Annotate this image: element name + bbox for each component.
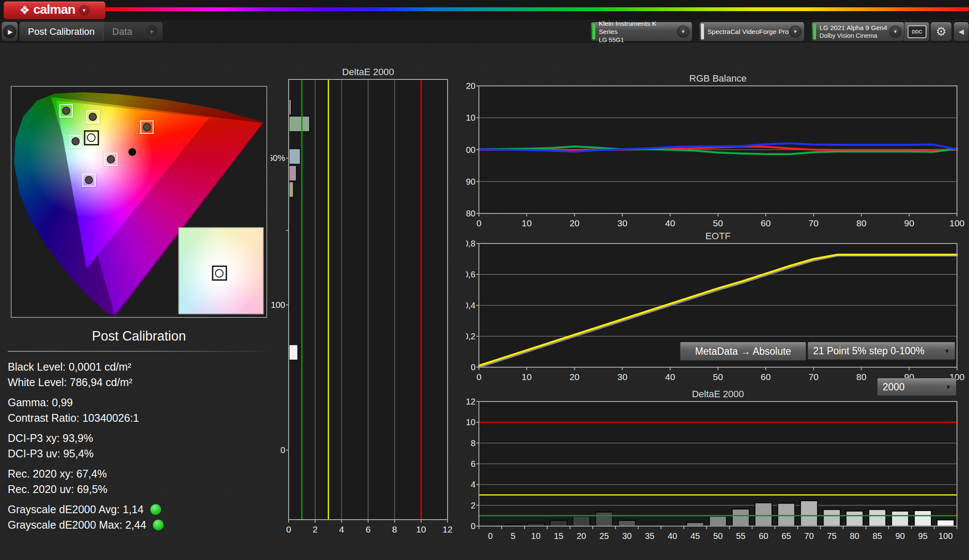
chevron-down-icon: ▼	[944, 348, 950, 354]
svg-text:50%: 50%	[271, 153, 285, 163]
deltae-patches-chart: DeltaE 200050%1000024681012	[271, 69, 460, 550]
svg-text:0,2: 0,2	[466, 332, 475, 341]
stat-text: Gamma: 0,99	[8, 396, 73, 409]
tab-group: Post Calibration Data +	[19, 21, 163, 42]
cie-chromaticity-chart	[11, 86, 267, 318]
svg-text:35: 35	[645, 531, 654, 541]
points-dropdown-value: 21 Point 5% step 0-100%	[813, 345, 925, 357]
svg-text:6: 6	[366, 524, 371, 534]
rgb-balance-chart: RGB Balance80901001101200102030405060708…	[466, 69, 969, 230]
calman-menu-caret-icon[interactable]: ▼	[79, 5, 90, 16]
svg-text:DeltaE 2000: DeltaE 2000	[692, 389, 744, 399]
calman-menu-button[interactable]: ❖ calman ▼	[3, 1, 106, 19]
stat-row: Black Level: 0,0001 cd/m²	[8, 359, 274, 374]
chevron-down-icon[interactable]: ▼	[677, 25, 689, 38]
device-label-line: Dolby Vision Cinema	[820, 32, 887, 40]
svg-text:5: 5	[511, 531, 515, 541]
svg-text:12: 12	[466, 397, 475, 406]
top-bar: ❖ calman ▼	[0, 0, 969, 20]
page-title: Post Calibration	[11, 329, 267, 344]
tab-post-calibration[interactable]: Post Calibration	[19, 22, 103, 41]
svg-text:45: 45	[690, 531, 700, 541]
svg-text:0,4: 0,4	[466, 301, 475, 310]
svg-text:4: 4	[339, 524, 344, 534]
device-status-indicator	[592, 24, 595, 40]
points-dropdown[interactable]: 21 Point 5% step 0-100% ▼	[808, 342, 955, 360]
svg-text:10: 10	[531, 531, 540, 541]
svg-text:10: 10	[466, 417, 475, 427]
calman-app-window: ❖ calman ▼ ▶ Post Calibration Data + Kle…	[0, 0, 969, 560]
stat-row: White Level: 786,94 cd/m²	[8, 374, 274, 390]
svg-text:8: 8	[471, 438, 475, 448]
stat-text: White Level: 786,94 cd/m²	[8, 376, 132, 389]
device-cluster: Klein Instruments K SeriesLG 55G1▼Spectr…	[591, 22, 905, 40]
deltae-formula-value: 2000	[883, 381, 905, 393]
svg-text:70: 70	[804, 531, 814, 541]
device-label-line: LG 55G1	[599, 36, 677, 44]
chevron-down-icon[interactable]: ▼	[889, 25, 902, 38]
svg-text:0,8: 0,8	[466, 239, 475, 248]
svg-text:80: 80	[850, 531, 859, 541]
blue-target-marker	[82, 173, 95, 187]
red-target-marker	[140, 120, 154, 134]
calman-logo-icon: ❖	[19, 5, 30, 16]
stat-row: Rec. 2020 uv: 69,5%	[8, 481, 274, 497]
tab-bar: ▶ Post Calibration Data + Klein Instrume…	[0, 20, 969, 43]
ddc-button[interactable]: DDC	[905, 22, 929, 41]
device-label-line: Klein Instruments K Series	[599, 19, 677, 36]
collapse-panel-button[interactable]: ◀	[954, 22, 969, 41]
svg-text:120: 120	[466, 81, 475, 91]
deltae-grayscale-chart: DeltaE 200002468101205101520253035404550…	[466, 374, 969, 554]
ddc-monitor-icon: DDC	[908, 25, 926, 38]
stat-row: Rec. 2020 xy: 67,4%	[8, 466, 274, 481]
svg-text:0: 0	[471, 362, 475, 372]
stat-row: DCI-P3 xy: 93,9%	[8, 430, 274, 446]
settings-button[interactable]: ⚙	[930, 22, 952, 41]
inset-whitepoint-marker	[212, 266, 227, 281]
stat-group: Grayscale dE2000 Avg: 1,14Grayscale dE20…	[8, 502, 274, 533]
stat-row: Gamma: 0,99	[8, 395, 274, 410]
tab-data[interactable]: Data	[103, 22, 140, 41]
chevron-down-icon: ▼	[945, 384, 951, 390]
svg-text:0: 0	[286, 524, 291, 534]
svg-text:10: 10	[416, 524, 426, 534]
svg-text:100: 100	[939, 531, 953, 541]
measurement-stats: Black Level: 0,0001 cd/m²White Level: 78…	[8, 359, 274, 533]
stat-group: Black Level: 0,0001 cd/m²White Level: 78…	[8, 359, 274, 390]
chevron-down-icon[interactable]: ▼	[789, 25, 801, 38]
stat-group: Gamma: 0,99Contrast Ratio: 10340026:1	[8, 395, 274, 426]
svg-text:75: 75	[827, 531, 836, 541]
device-button-2[interactable]: SpectraCal VideoForge Pro▼	[699, 22, 804, 41]
measured-red-marker	[128, 148, 136, 156]
device-button-1[interactable]: Klein Instruments K SeriesLG 55G1▼	[591, 22, 692, 41]
svg-text:55: 55	[736, 531, 745, 541]
device-status-indicator	[701, 24, 704, 40]
stat-text: Grayscale dE2000 Max: 2,44	[8, 519, 146, 531]
device-button-3[interactable]: LG 2021 Alpha 9 Gen4Dolby Vision Cinema▼	[811, 22, 905, 41]
device-label: LG 2021 Alpha 9 Gen4Dolby Vision Cinema	[820, 24, 887, 40]
stat-text: Rec. 2020 uv: 69,5%	[8, 483, 107, 496]
run-button[interactable]: ▶	[1, 21, 18, 42]
add-tab-button[interactable]: +	[145, 24, 159, 39]
svg-text:65: 65	[781, 531, 791, 541]
stat-text: Rec. 2020 xy: 67,4%	[8, 468, 107, 480]
stat-text: Grayscale dE2000 Avg: 1,14	[8, 503, 143, 516]
metadata-absolute-button[interactable]: MetaData → Absolute	[680, 342, 806, 361]
svg-text:30: 30	[622, 531, 631, 541]
svg-text:40: 40	[667, 531, 677, 541]
svg-text:85: 85	[872, 531, 882, 541]
svg-text:RGB Balance: RGB Balance	[689, 73, 747, 84]
svg-text:100: 100	[466, 145, 475, 155]
svg-text:90: 90	[895, 531, 905, 541]
magenta-target-marker	[104, 152, 118, 166]
spectrum-strip	[106, 7, 969, 11]
stat-row: Grayscale dE2000 Avg: 1,14	[8, 502, 274, 517]
svg-text:0: 0	[471, 521, 475, 531]
svg-text:8: 8	[392, 524, 397, 534]
device-label-line: SpectraCal VideoForge Pro	[707, 27, 789, 36]
deltae-formula-dropdown[interactable]: 2000 ▼	[877, 378, 957, 396]
play-icon: ▶	[3, 25, 16, 38]
cie-whitepoint-inset	[178, 227, 264, 314]
svg-text:100: 100	[271, 300, 285, 310]
svg-text:20: 20	[576, 531, 586, 541]
